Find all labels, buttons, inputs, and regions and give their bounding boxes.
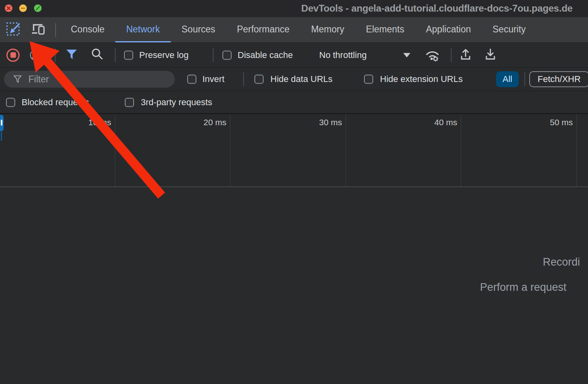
- request-type-chips-2: Fetch/XHR: [529, 71, 588, 87]
- device-toolbar-icon: [30, 22, 46, 36]
- inspect-cursor-icon: [6, 22, 22, 37]
- tabbar-separator: [55, 23, 56, 37]
- network-toolbar: Preserve log Disable cache No throttling: [0, 43, 588, 68]
- filter-funnel-outline-icon: [13, 75, 22, 84]
- invert-label[interactable]: Invert: [202, 74, 224, 84]
- blocked-requests-checkbox[interactable]: [6, 98, 15, 107]
- close-window-button[interactable]: [5, 4, 12, 12]
- blocked-requests-label[interactable]: Blocked requests: [22, 97, 89, 108]
- tab-memory[interactable]: Memory: [300, 17, 355, 42]
- invert-checkbox[interactable]: [187, 75, 196, 84]
- request-type-chips: All: [496, 71, 519, 87]
- tab-elements[interactable]: Elements: [355, 17, 415, 42]
- clear-network-log-button[interactable]: [30, 50, 41, 60]
- request-table-empty-area: Recordi Perform a request: [0, 187, 588, 384]
- throttling-select[interactable]: No throttling: [319, 50, 367, 60]
- disable-cache-checkbox[interactable]: [222, 50, 232, 60]
- toolbar-separator: [55, 48, 56, 62]
- minimize-icon: [19, 4, 27, 12]
- hide-extension-urls-label[interactable]: Hide extension URLs: [380, 74, 463, 84]
- tab-sources[interactable]: Sources: [171, 17, 226, 42]
- inspect-element-button[interactable]: [6, 22, 22, 38]
- zoom-icon: [34, 4, 42, 12]
- network-conditions-button[interactable]: [423, 47, 442, 64]
- request-filters-row: Blocked requests 3rd-party requests: [0, 91, 588, 114]
- throttling-caret-icon[interactable]: [403, 53, 410, 57]
- export-har-button[interactable]: [484, 48, 497, 63]
- devtools-tabs: ConsoleNetworkSourcesPerformanceMemoryEl…: [60, 17, 536, 42]
- chip-fetch-xhr[interactable]: Fetch/XHR: [529, 71, 588, 87]
- close-icon: [5, 4, 12, 12]
- search-network-button[interactable]: [90, 48, 104, 63]
- window-titlebar: DevTools - angela-add-tutorial.cloudflar…: [0, 0, 588, 17]
- empty-state-recording-text: Recordi: [543, 256, 580, 268]
- timeline-grid-line: [230, 114, 230, 186]
- hide-data-urls-checkbox[interactable]: [254, 75, 264, 84]
- timeline-tick-label: 30 ms: [290, 118, 342, 127]
- timeline-grid-line: [461, 114, 461, 186]
- timeline-tick-label: 50 ms: [521, 118, 573, 127]
- record-network-log-button[interactable]: [6, 48, 20, 62]
- timeline-tick-label: 10 ms: [59, 118, 111, 127]
- toolbar-separator: [213, 48, 214, 62]
- disable-cache-label[interactable]: Disable cache: [238, 50, 293, 60]
- tab-application[interactable]: Application: [415, 17, 482, 42]
- filter-input[interactable]: [28, 74, 168, 85]
- overview-left-handle[interactable]: [0, 115, 4, 131]
- timeline-overview[interactable]: 10 ms20 ms30 ms40 ms50 ms: [0, 114, 588, 187]
- tab-security[interactable]: Security: [482, 17, 536, 42]
- hide-data-urls-label[interactable]: Hide data URLs: [270, 74, 332, 84]
- window-title: DevTools - angela-add-tutorial.cloudflar…: [301, 3, 573, 14]
- timeline-tick-label: 20 ms: [174, 118, 226, 127]
- filter-separator: [524, 72, 525, 86]
- toggle-device-toolbar-button[interactable]: [30, 22, 46, 38]
- filter-input-container: [4, 71, 175, 88]
- show-filter-bar-button[interactable]: [66, 49, 78, 62]
- tab-network[interactable]: Network: [115, 17, 170, 42]
- preserve-log-checkbox[interactable]: [124, 50, 133, 60]
- timeline-grid-line: [115, 114, 115, 186]
- hide-extension-urls-checkbox[interactable]: [364, 75, 373, 84]
- upload-icon: [459, 48, 472, 61]
- filter-separator: [243, 72, 244, 86]
- toolbar-separator: [115, 48, 116, 62]
- empty-state-hint-text: Perform a request: [480, 281, 566, 294]
- zoom-window-button[interactable]: [34, 4, 42, 12]
- timeline-grid-line: [576, 114, 577, 186]
- devtools-window: { "titlebar": { "title": "DevTools - ang…: [0, 0, 588, 384]
- toolbar-separator: [451, 48, 452, 62]
- filter-funnel-icon: [66, 49, 78, 60]
- overview-left-handle-tail: [1, 132, 2, 141]
- record-stop-icon: [6, 48, 20, 62]
- search-icon: [90, 48, 104, 61]
- tab-console[interactable]: Console: [60, 17, 115, 42]
- timeline-tick-label: 40 ms: [405, 118, 457, 127]
- chip-all[interactable]: All: [496, 71, 519, 87]
- wifi-gear-icon: [423, 47, 442, 62]
- devtools-tabbar: ConsoleNetworkSourcesPerformanceMemoryEl…: [0, 17, 588, 43]
- preserve-log-label[interactable]: Preserve log: [139, 50, 189, 60]
- timeline-grid-line: [346, 114, 346, 186]
- tab-performance[interactable]: Performance: [226, 17, 300, 42]
- third-party-requests-label[interactable]: 3rd-party requests: [141, 97, 212, 108]
- minimize-window-button[interactable]: [19, 4, 27, 12]
- download-icon: [484, 48, 497, 61]
- import-har-button[interactable]: [459, 48, 472, 63]
- third-party-requests-checkbox[interactable]: [125, 98, 134, 107]
- network-filter-bar: Invert Hide data URLs Hide extension URL…: [0, 68, 588, 91]
